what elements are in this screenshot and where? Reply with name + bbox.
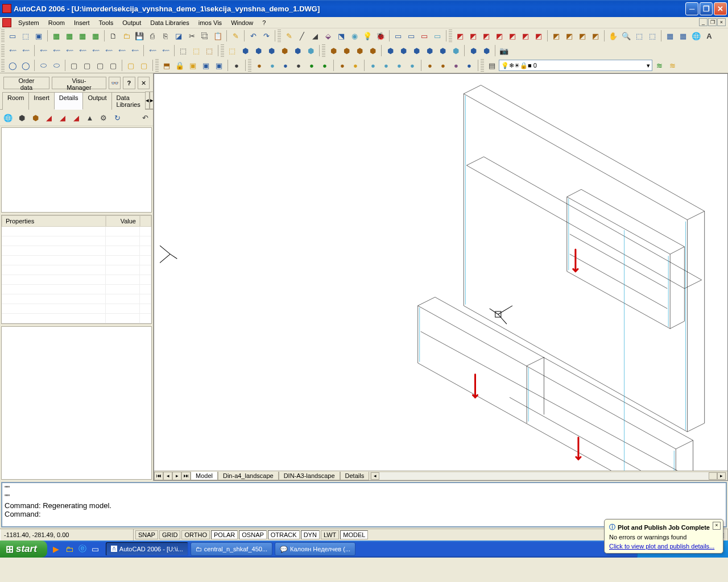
close-button[interactable]: ✕ xyxy=(714,2,727,15)
tb-snap-10[interactable]: ⬢ xyxy=(449,44,462,57)
tb-draw-1[interactable]: ✎ xyxy=(283,30,295,42)
panel-bottom-area[interactable] xyxy=(1,326,152,480)
ql-ie-icon[interactable]: ⓔ xyxy=(77,543,88,555)
layout-last[interactable]: ⏭ xyxy=(181,472,191,480)
status-toggle-model[interactable]: MODEL xyxy=(340,530,368,539)
tb-solid-3[interactable]: ⬢ xyxy=(252,44,264,57)
prop-row[interactable] xyxy=(2,256,151,265)
tb-draw-8[interactable]: 🐞 xyxy=(374,30,387,42)
menu-imos-vis[interactable]: imos Vis xyxy=(194,18,226,27)
prop-row[interactable] xyxy=(2,227,151,236)
toolbar-grip-9[interactable] xyxy=(248,59,251,72)
det-icon-6[interactable]: ◢ xyxy=(69,111,83,124)
toolbar-grip-8[interactable] xyxy=(155,59,159,72)
tb-tool-4[interactable]: ▦ xyxy=(50,30,63,42)
mdi-minimize[interactable]: _ xyxy=(699,18,708,26)
tb-view-11[interactable]: ⬳ xyxy=(146,44,159,57)
tb-cube-11[interactable]: ◩ xyxy=(589,30,602,42)
tb-sq-2[interactable]: ▢ xyxy=(81,59,93,72)
tb-ball-15[interactable]: ● xyxy=(437,59,449,72)
tb-sq-3[interactable]: ▢ xyxy=(94,59,106,72)
tb-ball-14[interactable]: ● xyxy=(424,59,436,72)
status-toggle-polar[interactable]: POLAR xyxy=(211,530,238,539)
prop-row[interactable] xyxy=(2,304,151,314)
tb-ball-6[interactable]: ● xyxy=(305,59,318,72)
tb-tool-7[interactable]: ▦ xyxy=(89,30,102,42)
tb-print[interactable]: ⎙ xyxy=(146,30,159,42)
tb-zoom-prev[interactable]: ⬚ xyxy=(646,30,659,42)
tb-misc-1[interactable]: ⬢ xyxy=(467,44,479,57)
tb-ball-5[interactable]: ● xyxy=(292,59,305,72)
prop-row[interactable] xyxy=(2,275,151,285)
tb-snap-9[interactable]: ⬢ xyxy=(436,44,449,57)
tb-vw-1[interactable]: ▦ xyxy=(664,30,676,42)
tab-insert[interactable]: Insert xyxy=(28,92,55,110)
tb-view-6[interactable]: ⬳ xyxy=(76,44,89,57)
tb-cube-9[interactable]: ◩ xyxy=(563,30,576,42)
tb-tool-3[interactable]: ▣ xyxy=(32,30,45,42)
tb-new[interactable]: 🗋 xyxy=(107,30,119,42)
tb-box-2[interactable]: ▭ xyxy=(405,30,417,42)
det-icon-2[interactable]: ⬢ xyxy=(15,111,28,124)
tb-ball-9[interactable]: ● xyxy=(349,59,362,72)
tb-cube-2[interactable]: ◩ xyxy=(467,30,479,42)
tb-solid-1[interactable]: ⬚ xyxy=(226,44,238,57)
tb-view-1[interactable]: ⬳ xyxy=(6,44,19,57)
menu-output[interactable]: Output xyxy=(118,18,146,27)
hscroll-thumb[interactable] xyxy=(709,472,717,480)
tab-data-libraries[interactable]: Data Libraries xyxy=(111,92,146,110)
tb-vw-2[interactable]: ▦ xyxy=(677,30,689,42)
tb-sq-6[interactable]: ▢ xyxy=(138,59,150,72)
minimize-button[interactable]: ─ xyxy=(685,2,698,15)
tb-draw-2[interactable]: ╱ xyxy=(296,30,308,42)
order-data-button[interactable]: Order data xyxy=(3,77,49,89)
tb-ball-17[interactable]: ● xyxy=(463,59,475,72)
hscroll-left[interactable]: ◂ xyxy=(371,472,379,480)
prop-row[interactable] xyxy=(2,265,151,275)
balloon-link[interactable]: Click to view plot and publish details..… xyxy=(609,543,714,550)
tb-layer-b[interactable]: ≋ xyxy=(666,59,679,72)
tb-cube-5[interactable]: ◩ xyxy=(506,30,519,42)
tb-cube-8[interactable]: ◩ xyxy=(550,30,562,42)
tab-room[interactable]: Room xyxy=(2,92,29,110)
tb-view-5[interactable]: ⬳ xyxy=(63,44,76,57)
status-toggle-ortho[interactable]: ORTHO xyxy=(181,530,210,539)
tb-ball-16[interactable]: ● xyxy=(450,59,462,72)
tb-ball-4[interactable]: ● xyxy=(279,59,292,72)
det-globe-icon[interactable]: 🌐 xyxy=(1,111,15,124)
tb-box-1[interactable]: ▭ xyxy=(392,30,404,42)
tb-tool-2[interactable]: ⬚ xyxy=(19,30,32,42)
tb-pan[interactable]: ✋ xyxy=(607,30,619,42)
tb-save[interactable]: 💾 xyxy=(133,30,146,42)
tb-tool-5[interactable]: ▦ xyxy=(63,30,76,42)
toolbar-grip-2[interactable] xyxy=(278,30,281,42)
tb-snap-3[interactable]: ⬢ xyxy=(353,44,366,57)
mdi-close[interactable]: × xyxy=(717,18,726,26)
glasses-icon[interactable]: 👓 xyxy=(109,77,121,89)
tb-ball-1[interactable]: ● xyxy=(230,59,243,72)
tb-snap-7[interactable]: ⬢ xyxy=(410,44,423,57)
tb-match[interactable]: ✎ xyxy=(229,30,242,42)
tb-solid-7[interactable]: ⬢ xyxy=(304,44,317,57)
tb-ball-11[interactable]: ● xyxy=(380,59,392,72)
status-toggle-dyn[interactable]: DYN xyxy=(301,530,320,539)
tab-output[interactable]: Output xyxy=(82,92,111,110)
tb-draw-3[interactable]: ◢ xyxy=(309,30,321,42)
tb-ball-3[interactable]: ● xyxy=(266,59,279,72)
tb-snap-5[interactable]: ⬢ xyxy=(384,44,396,57)
tab-scroll-left[interactable]: ◂ xyxy=(145,92,150,109)
ql-player-icon[interactable]: ▶ xyxy=(51,543,62,555)
status-toggle-lwt[interactable]: LWT xyxy=(321,530,339,539)
tb-cut[interactable]: ✂ xyxy=(185,30,198,42)
det-icon-7[interactable]: ▲ xyxy=(83,111,97,124)
tb-snap-8[interactable]: ⬢ xyxy=(423,44,436,57)
tb-tool-13[interactable]: ◪ xyxy=(172,30,185,42)
task-button-0[interactable]: 🅰AutoCAD 2006 - [U:\i... xyxy=(106,542,188,556)
maximize-button[interactable]: ❐ xyxy=(700,2,713,15)
toolbar-grip-6[interactable] xyxy=(322,44,325,57)
tb-3d-2[interactable]: ⬚ xyxy=(190,44,202,57)
tb-sq-1[interactable]: ▢ xyxy=(68,59,80,72)
tb-light[interactable]: 💡 xyxy=(361,30,374,42)
tb-ring-3[interactable]: ⬭ xyxy=(37,59,49,72)
tb-ring-2[interactable]: ◯ xyxy=(19,59,32,72)
